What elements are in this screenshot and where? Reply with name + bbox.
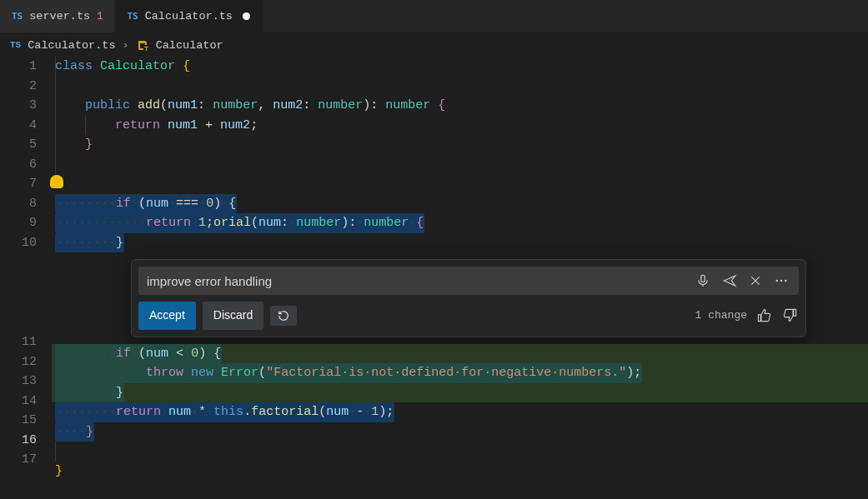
svg-point-2: [780, 280, 782, 282]
inline-chat: Accept Discard 1 change: [52, 252, 868, 344]
line-number: 7: [0, 174, 52, 194]
gutter-spacer: [0, 252, 52, 332]
gutter: 1 2 3 4 5 6 7 8 9 10 11 12 13 14 15 16 1…: [0, 57, 52, 481]
typescript-icon: TS: [12, 11, 23, 22]
code-line[interactable]: return num1 + num2;: [52, 116, 868, 136]
line-number: 2: [0, 77, 52, 97]
code-line[interactable]: ········if·(num·<·0)·{: [52, 344, 868, 364]
chat-input[interactable]: [147, 274, 685, 288]
breadcrumb-file[interactable]: Calculator.ts: [28, 39, 115, 52]
line-number: 15: [0, 411, 52, 431]
svg-point-3: [785, 280, 786, 282]
code-line[interactable]: [52, 442, 868, 462]
typescript-icon: TS: [127, 11, 138, 22]
code-line[interactable]: ············return·1;: [52, 213, 868, 233]
inline-chat-box: Accept Discard 1 change: [131, 259, 806, 337]
line-number: 17: [0, 450, 52, 470]
tab-problems-badge: 1: [97, 11, 103, 22]
change-count: 1 change: [695, 306, 747, 326]
dirty-indicator-icon: [243, 12, 250, 20]
typescript-icon: TS: [10, 40, 21, 50]
breadcrumb[interactable]: TS Calculator.ts › Calculator: [0, 33, 868, 57]
code-line[interactable]: }: [52, 462, 868, 482]
code-line[interactable]: ········return·num·*·this.factorial(num·…: [52, 402, 868, 422]
editor[interactable]: 1 2 3 4 5 6 7 8 9 10 11 12 13 14 15 16 1…: [0, 57, 868, 481]
line-number: 3: [0, 96, 52, 116]
line-number: 9: [0, 213, 52, 233]
code-line[interactable]: class Calculator {: [52, 57, 868, 77]
line-number: 6: [0, 155, 52, 175]
chevron-right-icon: ›: [123, 39, 129, 52]
line-number: 4: [0, 116, 52, 136]
code-line[interactable]: ····public·factorial(num:·number):·numbe…: [52, 174, 868, 194]
accept-button[interactable]: Accept: [138, 302, 196, 330]
code-line[interactable]: public add(num1: number, num2: number): …: [52, 96, 868, 116]
code-line[interactable]: ········if·(num·===·0)·{: [52, 194, 868, 214]
svg-rect-0: [701, 275, 705, 282]
line-number: 11: [0, 332, 52, 352]
code-area[interactable]: class Calculator { public add(num1: numb…: [52, 57, 868, 481]
lightbulb-icon[interactable]: [50, 175, 63, 188]
line-number: 16: [0, 431, 52, 451]
line-number: 10: [0, 233, 52, 253]
code-line[interactable]: [52, 77, 868, 97]
thumbs-down-icon[interactable]: [781, 307, 799, 324]
breadcrumb-symbol[interactable]: Calculator: [156, 39, 223, 52]
line-number: 14: [0, 392, 52, 412]
code-line[interactable]: ········}: [52, 383, 868, 403]
discard-button[interactable]: Discard: [203, 302, 263, 330]
close-icon[interactable]: [747, 272, 764, 289]
tab-label: server.ts: [29, 10, 90, 22]
chat-status: 1 change: [695, 306, 799, 326]
thumbs-up-icon[interactable]: [755, 307, 773, 324]
class-icon: [136, 38, 149, 52]
microphone-icon[interactable]: [694, 272, 712, 290]
send-icon[interactable]: [720, 272, 739, 290]
code-line[interactable]: ····}: [52, 422, 868, 442]
svg-point-1: [776, 280, 778, 282]
tab-server[interactable]: TS server.ts 1: [0, 0, 115, 32]
chat-actions: Accept Discard 1 change: [138, 302, 799, 330]
tab-bar: TS server.ts 1 TS Calculator.ts: [0, 0, 868, 33]
tab-label: Calculator.ts: [145, 10, 233, 22]
line-number: 12: [0, 352, 52, 372]
line-number: 13: [0, 372, 52, 392]
code-line[interactable]: }: [52, 135, 868, 155]
chat-input-row: [138, 267, 799, 295]
code-line[interactable]: ········}: [52, 233, 868, 253]
tab-calculator[interactable]: TS Calculator.ts: [115, 0, 263, 32]
line-number: 5: [0, 135, 52, 155]
line-number: 1: [0, 57, 52, 77]
code-line[interactable]: ············throw·new·Error("Factorial·i…: [52, 363, 868, 383]
line-number: 8: [0, 194, 52, 214]
rerun-button[interactable]: [270, 306, 297, 326]
more-icon[interactable]: [772, 272, 790, 290]
tab-bar-empty: [263, 0, 868, 32]
code-line[interactable]: [52, 155, 868, 175]
